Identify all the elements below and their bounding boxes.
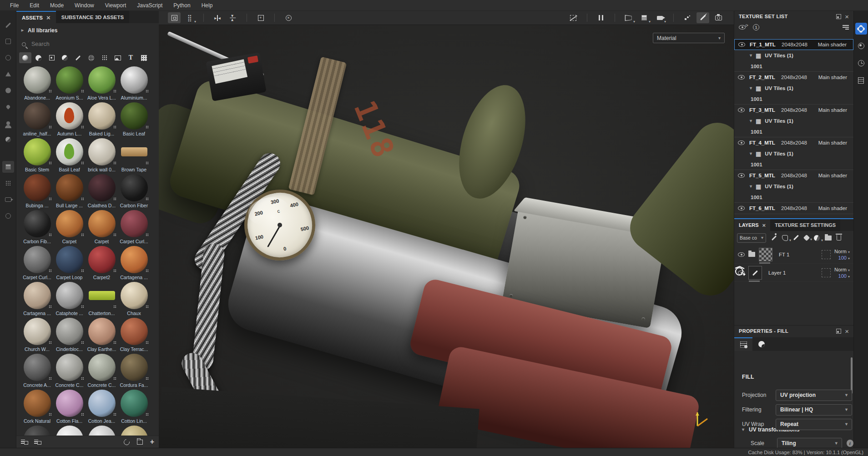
filtering-dropdown[interactable]: Bilinear | HQ▾ <box>776 404 852 416</box>
asset-thumbnail[interactable] <box>121 66 148 94</box>
asset-item[interactable]: Carpet <box>53 210 86 246</box>
filter-smart-materials[interactable] <box>32 52 45 63</box>
menu-item-edit[interactable]: Edit <box>24 0 45 11</box>
asset-thumbnail[interactable] <box>121 210 148 237</box>
uv-tile-row[interactable]: 1001 <box>734 126 853 137</box>
menu-item-help[interactable]: Help <box>196 0 218 11</box>
filter-brushes[interactable] <box>72 52 84 63</box>
asset-item[interactable] <box>21 426 53 436</box>
add-fill-layer-icon[interactable]: ▾ <box>804 236 809 240</box>
add-effect-icon[interactable]: ▾ <box>782 235 788 241</box>
display-mode-dropdown[interactable]: ▾ <box>622 12 635 23</box>
asset-thumbnail[interactable] <box>24 246 51 273</box>
menu-item-file[interactable]: File <box>5 0 24 11</box>
asset-thumbnail[interactable] <box>24 318 51 345</box>
polygon-fill-tool[interactable] <box>2 68 14 80</box>
blend-mode-dropdown[interactable]: Norm ▾ <box>834 267 850 272</box>
undock-panel-icon[interactable] <box>836 14 841 19</box>
history-icon[interactable] <box>855 57 867 69</box>
opacity-dropdown[interactable]: 100 ▾ <box>838 255 850 261</box>
viewport-shader-dropdown[interactable]: Material ▾ <box>653 33 725 43</box>
undock-panel-icon[interactable] <box>836 329 841 334</box>
add-folder-icon[interactable] <box>825 236 832 241</box>
asset-item[interactable]: Church W... <box>21 318 53 354</box>
asset-item[interactable]: Concrete C... <box>86 354 118 390</box>
display-camera[interactable] <box>2 210 14 222</box>
tab-substance-3d-assets[interactable]: SUBSTANCE 3D ASSETS <box>56 11 129 23</box>
filter-fonts[interactable]: T <box>125 52 137 63</box>
tab-layers[interactable]: LAYERS × <box>734 219 770 231</box>
asset-thumbnail[interactable] <box>56 282 83 309</box>
asset-item[interactable]: Cartagena ... <box>118 246 150 282</box>
filter-smart-masks[interactable] <box>45 52 58 63</box>
asset-thumbnail[interactable] <box>24 210 51 237</box>
asset-item[interactable] <box>118 426 150 436</box>
uv-tile-grid-tool[interactable]: ⣿▾ <box>183 12 196 23</box>
layer-thumbnail[interactable] <box>748 266 762 280</box>
asset-thumbnail[interactable] <box>56 210 83 237</box>
add-smart-mask-icon[interactable]: ▾ <box>814 235 820 241</box>
asset-item[interactable]: Carpet Curl... <box>21 246 53 282</box>
uv-tiles-row[interactable]: ▾▦UV Tiles (1) <box>734 115 853 126</box>
log-icon[interactable] <box>855 75 867 86</box>
asset-thumbnail[interactable] <box>121 390 148 417</box>
asset-item[interactable]: Baked Lig... <box>86 102 118 138</box>
texture-set-row[interactable]: FT_4_MTL2048x2048Main shader <box>734 137 853 148</box>
asset-thumbnail[interactable] <box>121 318 148 345</box>
mask-placeholder[interactable] <box>822 250 831 259</box>
tab-fill-parameters[interactable] <box>734 337 752 351</box>
asset-thumbnail[interactable] <box>88 282 116 309</box>
asset-thumbnail[interactable] <box>88 246 116 273</box>
paint-mode-button[interactable] <box>696 12 709 23</box>
asset-item[interactable]: brick wall 0... <box>86 138 118 174</box>
asset-item[interactable]: Carpet Loop <box>53 246 86 282</box>
visibility-eye-icon[interactable] <box>738 75 745 80</box>
asset-item[interactable]: aniline_half... <box>21 102 53 138</box>
channel-filter-dropdown[interactable]: Base co ▾ <box>737 233 766 243</box>
asset-item[interactable]: Cataphote ... <box>53 282 86 318</box>
asset-thumbnail[interactable] <box>24 66 51 94</box>
asset-thumbnail[interactable] <box>88 210 116 237</box>
asset-item[interactable]: Calathea D... <box>86 174 118 210</box>
screenshot-button[interactable] <box>712 12 725 23</box>
asset-item[interactable]: Clay Terrac... <box>118 318 150 354</box>
asset-thumbnail[interactable] <box>56 174 83 201</box>
shading-mode-dropdown[interactable]: ▾ <box>638 12 651 23</box>
asset-item[interactable]: Carpet <box>86 210 118 246</box>
menu-item-javascript[interactable]: JavaScript <box>131 0 168 11</box>
layer-row[interactable]: Layer 1Norm ▾100 ▾ <box>734 264 853 282</box>
asset-thumbnail[interactable] <box>24 174 51 201</box>
dynamic-strokes-tool[interactable] <box>2 134 14 145</box>
pause-engine-button[interactable] <box>595 12 607 23</box>
visibility-eye-icon[interactable] <box>738 252 745 257</box>
asset-item[interactable]: Brown Tape <box>118 138 150 174</box>
asset-thumbnail[interactable] <box>24 426 51 436</box>
asset-thumbnail[interactable] <box>56 426 83 436</box>
texture-set-row[interactable]: FT_2_MTL2048x2048Main shader <box>734 72 853 83</box>
texture-set-row[interactable]: FT_1_MTL2048x2048Main shader <box>734 39 853 50</box>
search-input[interactable] <box>31 41 131 47</box>
eraser-tool[interactable] <box>2 35 14 47</box>
asset-thumbnail[interactable] <box>88 66 116 94</box>
visibility-eye-icon[interactable] <box>738 206 745 210</box>
asset-thumbnail[interactable] <box>121 174 148 201</box>
visibility-eye-icon[interactable] <box>738 108 745 112</box>
asset-thumbnail[interactable] <box>121 426 148 436</box>
asset-thumbnail[interactable] <box>121 102 148 130</box>
asset-item[interactable]: Cotton Lin... <box>118 390 150 426</box>
texture-set-row[interactable]: FT_6_MTL2048x2048Main shader <box>734 203 853 214</box>
visibility-eye-icon[interactable] <box>738 140 745 145</box>
uv-wrap-dropdown[interactable]: Repeat▾ <box>776 419 852 430</box>
asset-item[interactable]: Aluminium... <box>118 66 150 102</box>
filter-filters[interactable] <box>59 52 71 63</box>
asset-thumbnail[interactable] <box>24 354 51 381</box>
filter-materials[interactable] <box>19 52 31 63</box>
asset-thumbnail[interactable] <box>88 426 116 436</box>
projection-tool[interactable] <box>2 52 14 64</box>
render-iray[interactable] <box>2 194 14 205</box>
asset-item[interactable]: Cinderbloc... <box>53 318 86 354</box>
asset-item[interactable] <box>86 426 118 436</box>
info-icon[interactable]: i <box>847 440 853 447</box>
filter-environments[interactable] <box>111 52 124 63</box>
display-settings-icon[interactable] <box>855 23 867 35</box>
